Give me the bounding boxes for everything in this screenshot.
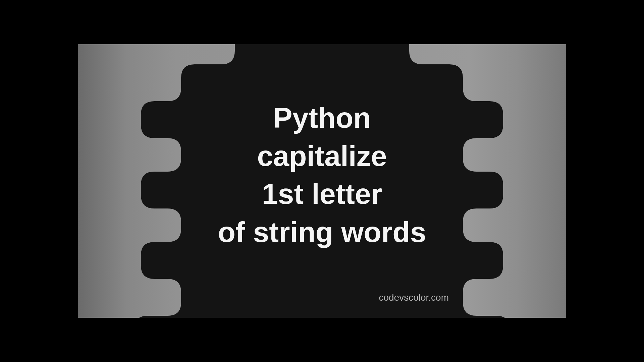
heading-line-4: of string words — [78, 213, 566, 251]
heading-line-1: Python — [78, 99, 566, 137]
heading-line-2: capitalize — [78, 137, 566, 175]
image-viewport: Python capitalize 1st letter of string w… — [78, 44, 566, 318]
heading-line-3: 1st letter — [78, 175, 566, 213]
watermark-text: codevscolor.com — [379, 292, 449, 303]
page-container: Python capitalize 1st letter of string w… — [0, 0, 644, 362]
heading-text: Python capitalize 1st letter of string w… — [78, 99, 566, 251]
